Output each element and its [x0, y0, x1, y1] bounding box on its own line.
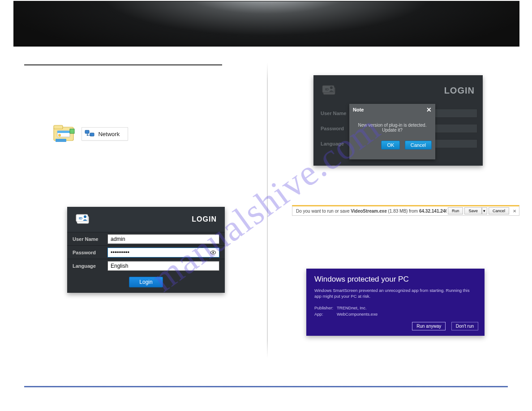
svg-text:ID: ID — [325, 87, 329, 91]
username-input[interactable] — [107, 234, 219, 244]
close-icon[interactable]: ✕ — [512, 209, 517, 214]
footer-rule — [24, 386, 508, 387]
svg-text:ID: ID — [79, 216, 82, 220]
network-label: Network — [98, 131, 120, 137]
svg-rect-8 — [90, 133, 94, 136]
column-divider — [267, 63, 268, 358]
cancel-button[interactable]: Cancel — [489, 207, 509, 214]
svg-point-13 — [84, 215, 86, 218]
ie-download-message: Do you want to run or save VideoStream.e… — [296, 209, 446, 214]
top-banner — [13, 1, 519, 47]
plugin-password-label: Password — [313, 126, 351, 131]
cancel-button[interactable]: Cancel — [405, 141, 432, 150]
smartscreen-dialog: Windows protected your PC Windows SmartS… — [306, 269, 485, 336]
plugin-login-title: LOGIN — [444, 86, 475, 96]
section-heading-rule — [24, 64, 222, 65]
id-badge-icon: ID — [322, 84, 339, 97]
plugin-username-label: User Name — [313, 111, 351, 116]
explorer-network-block: Network — [53, 124, 147, 145]
file-explorer-icon — [53, 124, 76, 144]
network-icon — [85, 129, 94, 138]
password-label: Password — [67, 250, 107, 255]
smartscreen-meta: Publisher:TRENDnet, Inc. App:WebComponen… — [314, 305, 476, 318]
language-select[interactable] — [107, 261, 219, 271]
login-button[interactable]: Login — [129, 277, 163, 287]
smartscreen-title: Windows protected your PC — [314, 275, 476, 284]
username-label: User Name — [67, 236, 107, 242]
network-item[interactable]: Network — [82, 127, 128, 141]
smartscreen-body: Windows SmartScreen prevented an unrecog… — [314, 287, 476, 300]
language-label: Language — [67, 263, 107, 269]
svg-rect-7 — [85, 130, 89, 133]
svg-rect-3 — [57, 131, 70, 133]
note-title: Note — [353, 107, 364, 112]
dont-run-button[interactable]: Don't run — [451, 322, 478, 330]
ok-button[interactable]: OK — [381, 141, 400, 150]
run-button[interactable]: Run — [448, 207, 463, 214]
svg-point-9 — [87, 135, 88, 136]
svg-point-19 — [330, 86, 333, 89]
note-body: New version of plug-in is detected. Upda… — [349, 116, 435, 138]
plugin-login-panel: ID LOGIN User Name Password Language Not… — [313, 75, 483, 166]
close-icon[interactable]: ✕ — [426, 107, 432, 113]
svg-rect-1 — [54, 125, 63, 129]
login-title: LOGIN — [192, 215, 217, 223]
plugin-update-dialog: Note ✕ New version of plug-in is detecte… — [349, 104, 435, 159]
login-panel: ID LOGIN User Name Password Language Log… — [67, 207, 225, 293]
save-dropdown-button[interactable]: ▾ — [482, 207, 487, 214]
reveal-password-icon[interactable] — [209, 248, 218, 257]
run-anyway-button[interactable]: Run anyway — [412, 322, 446, 330]
ie-download-bar: Do you want to run or save VideoStream.e… — [292, 205, 519, 216]
plugin-language-label: Language — [313, 141, 351, 146]
svg-rect-4 — [56, 139, 66, 142]
svg-point-5 — [58, 134, 61, 137]
svg-rect-6 — [70, 129, 74, 133]
save-button[interactable]: Save — [464, 207, 482, 214]
id-badge-icon: ID — [75, 213, 93, 226]
password-input[interactable] — [107, 248, 219, 257]
svg-point-15 — [212, 252, 214, 253]
